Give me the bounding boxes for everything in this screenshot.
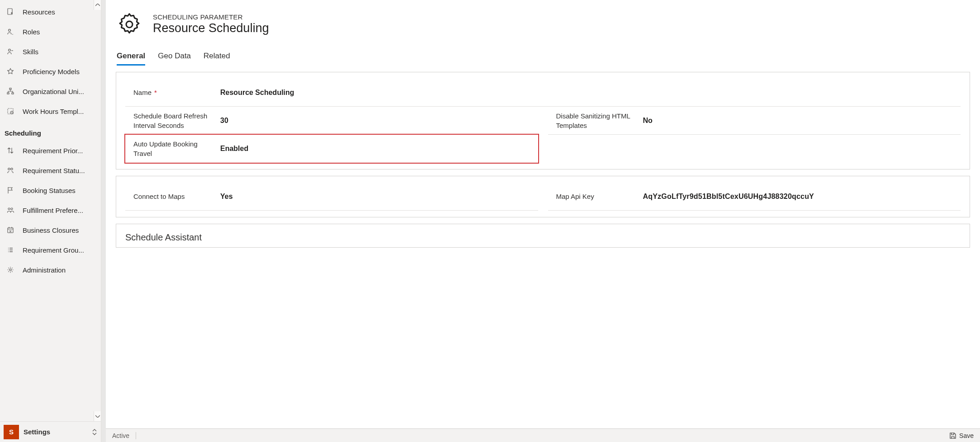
- updown-chevron-icon: [92, 429, 97, 435]
- form-tabs: General Geo Data Related: [116, 42, 970, 66]
- sidebar-item-label: Requirement Statu...: [23, 167, 85, 174]
- field-disable-sanitizing[interactable]: Disable Sanitizing HTML Templates No: [548, 107, 961, 135]
- area-switcher[interactable]: S Settings: [0, 421, 101, 442]
- field-label: Schedule Board Refresh Interval Seconds: [125, 111, 211, 130]
- page-header: SCHEDULING PARAMETER Resource Scheduling: [116, 0, 970, 42]
- field-refresh-interval[interactable]: Schedule Board Refresh Interval Seconds …: [125, 107, 538, 135]
- tab-geo-data[interactable]: Geo Data: [158, 52, 191, 66]
- gear-large-icon: [117, 12, 142, 37]
- tab-general[interactable]: General: [117, 52, 145, 66]
- field-label: Map Api Key: [548, 192, 634, 201]
- page-title: Resource Scheduling: [153, 21, 269, 36]
- skills-icon: [6, 47, 14, 56]
- sidebar-item-proficiency-models[interactable]: Proficiency Models: [0, 61, 101, 81]
- statusbar: Active Save: [106, 428, 980, 442]
- label-text: Name: [133, 89, 151, 96]
- sidebar-item-requirement-priorities[interactable]: Requirement Prior...: [0, 141, 101, 160]
- app-root: Resources Roles Skills Proficiency Model…: [0, 0, 980, 442]
- sidebar-item-label: Organizational Uni...: [23, 88, 84, 95]
- calendar-x-icon: [6, 226, 14, 234]
- tab-label: General: [117, 52, 145, 60]
- sidebar-item-label: Work Hours Templ...: [23, 108, 84, 115]
- priority-icon: [6, 146, 14, 155]
- sidebar-scroll: Resources Roles Skills Proficiency Model…: [0, 0, 101, 421]
- svg-point-1: [11, 13, 12, 14]
- status-icon: [6, 166, 14, 174]
- sidebar-item-label: Business Closures: [23, 226, 79, 234]
- sidebar-item-label: Roles: [23, 28, 40, 36]
- org-icon: [6, 87, 14, 95]
- svg-point-12: [11, 208, 13, 210]
- sidebar: Resources Roles Skills Proficiency Model…: [0, 0, 101, 442]
- sidebar-item-label: Booking Statuses: [23, 187, 76, 194]
- page-titles: SCHEDULING PARAMETER Resource Scheduling: [153, 13, 269, 36]
- star-icon: [6, 67, 14, 75]
- clock-icon: [6, 107, 14, 115]
- field-label: Name*: [125, 88, 211, 97]
- area-label: Settings: [24, 428, 50, 436]
- field-value: No: [634, 117, 961, 125]
- general-card: Name* Resource Scheduling Schedule Board…: [116, 72, 970, 169]
- sidebar-item-skills[interactable]: Skills: [0, 42, 101, 61]
- svg-point-2: [9, 29, 11, 32]
- section-title: Schedule Assistant: [125, 232, 961, 243]
- save-button[interactable]: Save: [949, 432, 974, 439]
- svg-point-3: [9, 49, 11, 52]
- sidebar-item-label: Requirement Prior...: [23, 147, 83, 155]
- svg-point-11: [8, 208, 10, 210]
- svg-point-15: [126, 21, 133, 28]
- sidebar-scroll-down[interactable]: [94, 411, 101, 421]
- sidebar-item-business-closures[interactable]: Business Closures: [0, 220, 101, 240]
- svg-rect-13: [8, 228, 13, 233]
- page-eyebrow: SCHEDULING PARAMETER: [153, 13, 269, 21]
- save-label: Save: [959, 432, 974, 439]
- svg-point-14: [9, 269, 11, 271]
- sidebar-scroll-up[interactable]: [94, 0, 101, 10]
- list-icon: [6, 246, 14, 254]
- svg-point-10: [11, 168, 13, 170]
- empty-cell: [548, 135, 961, 163]
- sidebar-item-administration[interactable]: Administration: [0, 260, 101, 280]
- sidebar-item-booking-statuses[interactable]: Booking Statuses: [0, 180, 101, 200]
- main-scroll[interactable]: SCHEDULING PARAMETER Resource Scheduling…: [106, 0, 980, 428]
- people-icon: [6, 206, 14, 214]
- sidebar-item-label: Administration: [23, 266, 66, 274]
- maps-card: Connect to Maps Yes Map Api Key AqYzGoLf…: [116, 176, 970, 217]
- field-map-api-key[interactable]: Map Api Key AqYzGoLfTyr9d51Bbl5tCexU6UHg…: [548, 183, 961, 211]
- sidebar-item-organizational-units[interactable]: Organizational Uni...: [0, 81, 101, 101]
- required-indicator: *: [154, 89, 157, 96]
- divider: [136, 432, 136, 439]
- sidebar-item-resources[interactable]: Resources: [0, 2, 101, 22]
- sidebar-item-label: Skills: [23, 48, 38, 56]
- gear-icon: [6, 266, 14, 274]
- field-value: Resource Scheduling: [211, 89, 961, 97]
- svg-rect-4: [9, 88, 11, 89]
- svg-rect-5: [7, 93, 9, 94]
- sidebar-item-roles[interactable]: Roles: [0, 22, 101, 42]
- field-label: Disable Sanitizing HTML Templates: [548, 111, 634, 130]
- sidebar-item-requirement-statuses[interactable]: Requirement Statu...: [0, 160, 101, 180]
- field-label: Connect to Maps: [125, 192, 211, 201]
- sidebar-item-label: Fulfillment Prefere...: [23, 207, 83, 214]
- tab-related[interactable]: Related: [204, 52, 230, 66]
- sidebar-item-requirement-groups[interactable]: Requirement Grou...: [0, 240, 101, 260]
- resources-icon: [6, 8, 14, 16]
- schedule-assistant-card: Schedule Assistant: [116, 224, 970, 248]
- sidebar-group-scheduling: Scheduling: [0, 121, 101, 141]
- tab-label: Related: [204, 52, 230, 60]
- sidebar-item-label: Requirement Grou...: [23, 246, 84, 254]
- field-value: Yes: [211, 193, 538, 201]
- field-auto-update-booking-travel[interactable]: Auto Update Booking Travel Enabled: [125, 135, 538, 163]
- sidebar-item-work-hours-templates[interactable]: Work Hours Templ...: [0, 101, 101, 121]
- field-connect-to-maps[interactable]: Connect to Maps Yes: [125, 183, 538, 211]
- field-label: Auto Update Booking Travel: [125, 139, 211, 158]
- flag-icon: [6, 186, 14, 194]
- field-name[interactable]: Name* Resource Scheduling: [125, 79, 961, 107]
- save-icon: [949, 432, 956, 439]
- tab-label: Geo Data: [158, 52, 191, 60]
- field-value: AqYzGoLfTyr9d51Bbl5tCexU6UHg4J88320qccuY: [634, 193, 961, 201]
- svg-rect-6: [12, 93, 14, 94]
- area-tile: S: [4, 425, 19, 439]
- roles-icon: [6, 28, 14, 36]
- sidebar-item-fulfillment-preferences[interactable]: Fulfillment Prefere...: [0, 200, 101, 220]
